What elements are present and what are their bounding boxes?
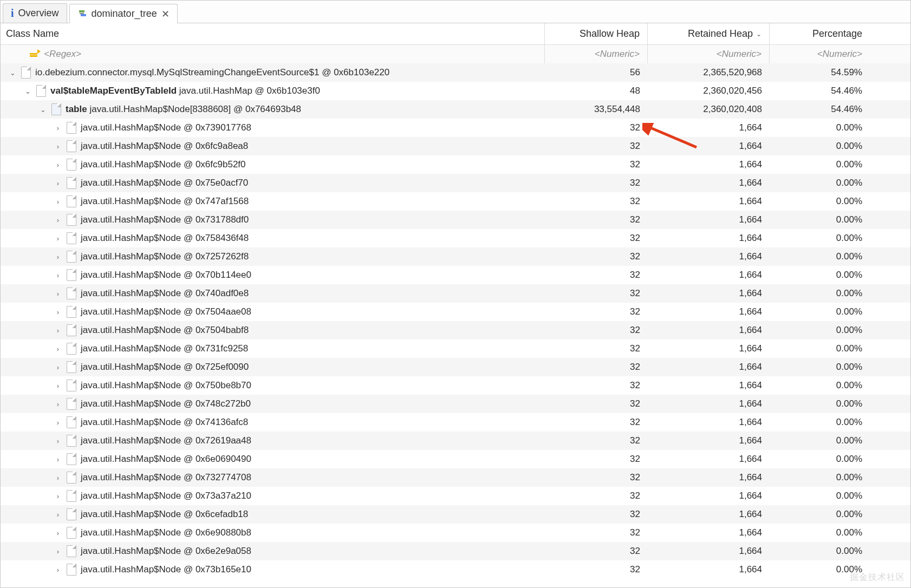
tree-row[interactable]: ›java.util.HashMap$Node @ 0x7257262f8321…	[1, 247, 910, 266]
shallow-heap-value: 32	[545, 288, 648, 299]
tree-row-name: ›java.util.HashMap$Node @ 0x6cefadb18	[1, 508, 545, 520]
filter-class-name[interactable]: <Regex>	[1, 45, 545, 63]
filter-row: <Regex> <Numeric> <Numeric> <Numeric>	[1, 45, 910, 63]
shallow-heap-value: 32	[545, 417, 648, 428]
tree-row[interactable]: ›java.util.HashMap$Node @ 0x6cefadb18321…	[1, 505, 910, 524]
chevron-right-icon[interactable]: ›	[54, 566, 62, 574]
tree-row[interactable]: ›java.util.HashMap$Node @ 0x74136afc8321…	[1, 413, 910, 432]
tree-row[interactable]: ›java.util.HashMap$Node @ 0x750be8b70321…	[1, 376, 910, 395]
column-retained-heap[interactable]: Retained Heap ⌄	[648, 23, 770, 44]
tree-row[interactable]: ›java.util.HashMap$Node @ 0x73a37a210321…	[1, 487, 910, 505]
chevron-right-icon[interactable]: ›	[54, 474, 62, 482]
tree-row[interactable]: ⌄val$tableMapEventByTableId java.util.Ha…	[1, 82, 910, 100]
shallow-heap-value: 32	[545, 380, 648, 391]
tree-row[interactable]: ›java.util.HashMap$Node @ 0x6fc9b52f0321…	[1, 155, 910, 174]
chevron-right-icon[interactable]: ›	[54, 271, 62, 279]
tree-row[interactable]: ›java.util.HashMap$Node @ 0x732774708321…	[1, 468, 910, 487]
column-percentage[interactable]: Percentage	[770, 23, 870, 44]
class-name-label: java.util.HashMap$Node @ 0x732774708	[81, 472, 251, 483]
tree-row[interactable]: ›java.util.HashMap$Node @ 0x72619aa48321…	[1, 432, 910, 450]
tree-row[interactable]: ›java.util.HashMap$Node @ 0x75e0acf70321…	[1, 174, 910, 192]
file-icon	[67, 159, 76, 171]
class-name-label: java.util.HashMap$Node @ 0x74136afc8	[81, 417, 248, 428]
tree-row[interactable]: ›java.util.HashMap$Node @ 0x6e0690490321…	[1, 450, 910, 468]
chevron-right-icon[interactable]: ›	[54, 290, 62, 298]
filter-shallow[interactable]: <Numeric>	[545, 45, 648, 63]
tree-row[interactable]: ›java.util.HashMap$Node @ 0x758436f48321…	[1, 229, 910, 247]
chevron-right-icon[interactable]: ›	[54, 363, 62, 371]
chevron-right-icon[interactable]: ›	[54, 326, 62, 335]
column-class-name[interactable]: Class Name	[1, 23, 545, 44]
tree-row[interactable]: ›java.util.HashMap$Node @ 0x6fc9a8ea8321…	[1, 137, 910, 155]
tree-row[interactable]: ›java.util.HashMap$Node @ 0x7504babf8321…	[1, 321, 910, 339]
chevron-right-icon[interactable]: ›	[54, 161, 62, 169]
chevron-down-icon[interactable]: ⌄	[8, 69, 17, 77]
tree-row[interactable]: ›java.util.HashMap$Node @ 0x6e2e9a058321…	[1, 542, 910, 560]
class-name-label: io.debezium.connector.mysql.MySqlStreami…	[35, 67, 389, 78]
percentage-value: 0.00%	[770, 343, 870, 354]
tree-body[interactable]: ⌄io.debezium.connector.mysql.MySqlStream…	[1, 63, 910, 587]
file-icon	[67, 472, 76, 484]
chevron-right-icon[interactable]: ›	[54, 234, 62, 243]
tree-row[interactable]: ›java.util.HashMap$Node @ 0x739017768321…	[1, 119, 910, 137]
chevron-right-icon[interactable]: ›	[54, 308, 62, 316]
retained-heap-value: 1,664	[648, 141, 770, 152]
chevron-right-icon[interactable]: ›	[54, 253, 62, 261]
chevron-right-icon[interactable]: ›	[54, 179, 62, 187]
chevron-right-icon[interactable]: ›	[54, 511, 62, 519]
shallow-heap-value: 56	[545, 67, 648, 78]
file-icon	[67, 416, 76, 428]
shallow-heap-value: 48	[545, 86, 648, 96]
tree-row[interactable]: ⌄table java.util.HashMap$Node[8388608] @…	[1, 100, 910, 119]
chevron-right-icon[interactable]: ›	[54, 198, 62, 206]
column-shallow-heap[interactable]: Shallow Heap	[545, 23, 648, 44]
retained-heap-value: 1,664	[648, 343, 770, 354]
file-icon	[67, 435, 76, 447]
chevron-right-icon[interactable]: ›	[54, 419, 62, 427]
tree-row[interactable]: ›java.util.HashMap$Node @ 0x70b114ee0321…	[1, 266, 910, 284]
chevron-right-icon[interactable]: ›	[54, 455, 62, 463]
tree-row[interactable]: ›java.util.HashMap$Node @ 0x747af1568321…	[1, 192, 910, 211]
chevron-right-icon[interactable]: ›	[54, 400, 62, 408]
close-icon[interactable]: ✕	[161, 8, 170, 20]
filter-pct[interactable]: <Numeric>	[770, 45, 870, 63]
shallow-heap-value: 32	[545, 527, 648, 538]
chevron-down-icon[interactable]: ⌄	[38, 106, 47, 114]
class-name-label: java.util.HashMap$Node @ 0x6e2e9a058	[81, 546, 251, 557]
tree-row[interactable]: ›java.util.HashMap$Node @ 0x73b165e10321…	[1, 560, 910, 579]
percentage-value: 0.00%	[770, 527, 870, 538]
chevron-right-icon[interactable]: ›	[54, 437, 62, 445]
chevron-right-icon[interactable]: ›	[54, 492, 62, 500]
retained-heap-value: 1,664	[648, 178, 770, 188]
tree-row[interactable]: ›java.util.HashMap$Node @ 0x725ef0090321…	[1, 358, 910, 376]
column-label: Class Name	[6, 28, 59, 40]
tree-row[interactable]: ⌄io.debezium.connector.mysql.MySqlStream…	[1, 63, 910, 82]
percentage-value: 0.00%	[770, 435, 870, 446]
tab-dominator-tree[interactable]: dominator_tree ✕	[69, 4, 178, 23]
chevron-right-icon[interactable]: ›	[54, 382, 62, 390]
chevron-right-icon[interactable]: ›	[54, 142, 62, 151]
filter-retained[interactable]: <Numeric>	[648, 45, 770, 63]
tree-row[interactable]: ›java.util.HashMap$Node @ 0x740adf0e8321…	[1, 284, 910, 303]
chevron-right-icon[interactable]: ›	[54, 345, 62, 353]
tree-row[interactable]: ›java.util.HashMap$Node @ 0x731788df0321…	[1, 211, 910, 229]
retained-heap-value: 1,664	[648, 454, 770, 465]
percentage-value: 0.00%	[770, 472, 870, 483]
retained-heap-value: 1,664	[648, 270, 770, 280]
chevron-right-icon[interactable]: ›	[54, 547, 62, 556]
shallow-heap-value: 32	[545, 398, 648, 409]
chevron-down-icon[interactable]: ⌄	[23, 87, 32, 95]
retained-heap-value: 1,664	[648, 325, 770, 336]
file-icon	[67, 251, 76, 263]
tree-row[interactable]: ›java.util.HashMap$Node @ 0x731fc9258321…	[1, 339, 910, 358]
chevron-right-icon[interactable]: ›	[54, 529, 62, 537]
tree-row[interactable]: ›java.util.HashMap$Node @ 0x6e90880b8321…	[1, 524, 910, 542]
chevron-right-icon[interactable]: ›	[54, 216, 62, 224]
class-name-label: java.util.HashMap$Node @ 0x725ef0090	[81, 362, 249, 373]
class-name-label: java.util.HashMap$Node @ 0x6cefadb18	[81, 509, 248, 520]
tree-row-name: ›java.util.HashMap$Node @ 0x73b165e10	[1, 564, 545, 576]
tree-row[interactable]: ›java.util.HashMap$Node @ 0x748c272b0321…	[1, 395, 910, 413]
chevron-right-icon[interactable]: ›	[54, 124, 62, 132]
tab-overview[interactable]: i Overview	[3, 3, 67, 23]
tree-row[interactable]: ›java.util.HashMap$Node @ 0x7504aae08321…	[1, 303, 910, 321]
